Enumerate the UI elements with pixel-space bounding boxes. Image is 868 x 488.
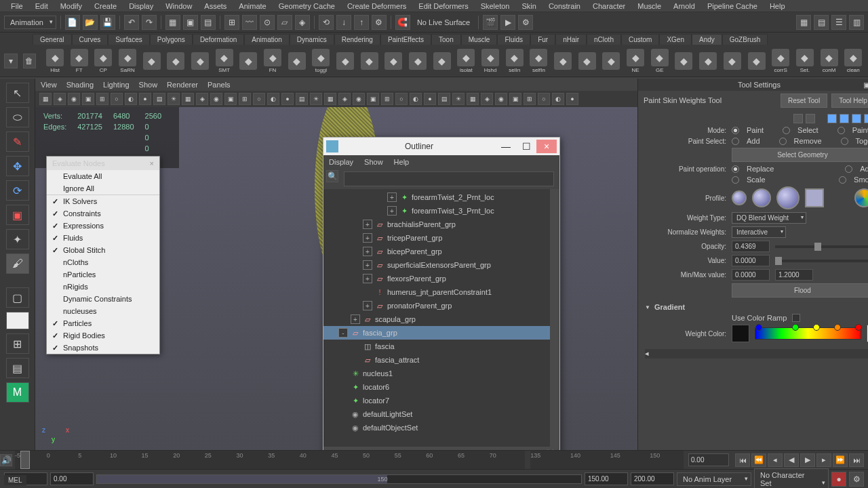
- menu-constrain[interactable]: Constrain: [543, 1, 586, 12]
- vp-icon-22[interactable]: ◉: [353, 93, 365, 105]
- shelf-item-SMT[interactable]: ◆SMT: [214, 47, 235, 75]
- shelf-item-icon[interactable]: ◆: [431, 47, 453, 75]
- reset-tool-button[interactable]: Reset Tool: [781, 94, 827, 108]
- step-fwd-key-icon[interactable]: ⏩: [833, 453, 848, 467]
- vp-icon-33[interactable]: ▣: [509, 93, 521, 105]
- vp-menu-panels[interactable]: Panels: [208, 81, 231, 89]
- eval-constraints[interactable]: Constraints: [47, 207, 159, 220]
- vp-icon-29[interactable]: ☀: [452, 93, 465, 105]
- render-settings-icon[interactable]: ⚙: [518, 15, 533, 30]
- menu-muscle[interactable]: Muscle: [632, 1, 667, 12]
- expand-icon[interactable]: +: [363, 233, 372, 243]
- tree-item-fascia[interactable]: ◫fascia: [323, 340, 559, 353]
- vp-icon-1[interactable]: ◈: [54, 93, 66, 105]
- tree-item-nucleus1[interactable]: ✳nucleus1: [323, 367, 559, 380]
- tree-item-fascia_grp[interactable]: -▱fascia_grp: [323, 326, 559, 340]
- toggle-a-icon[interactable]: ▦: [796, 15, 811, 30]
- step-back-icon[interactable]: ◂: [768, 453, 783, 467]
- outliner-scrollbar[interactable]: [550, 189, 559, 447]
- input-icon[interactable]: ↓: [336, 15, 351, 30]
- time-cursor[interactable]: [20, 451, 30, 469]
- expand-icon[interactable]: +: [387, 206, 397, 216]
- menu-assets[interactable]: Assets: [199, 1, 232, 12]
- menu-create-deformers[interactable]: Create Deformers: [342, 1, 412, 12]
- brush-preset-icon[interactable]: [793, 114, 803, 123]
- shelf-item-icon[interactable]: ◆: [359, 47, 380, 75]
- shelf-tab-muscle[interactable]: Muscle: [461, 34, 498, 45]
- undo-icon[interactable]: ↶: [124, 15, 139, 30]
- step-back-key-icon[interactable]: ⏪: [751, 453, 766, 467]
- menu-skin[interactable]: Skin: [516, 1, 541, 12]
- shelf-item-icon[interactable]: ◆: [576, 47, 598, 75]
- undock-icon[interactable]: ▣: [863, 81, 868, 89]
- eval-expressions[interactable]: Expressions: [47, 220, 159, 232]
- vp-icon-7[interactable]: ●: [139, 93, 151, 105]
- vp-icon-8[interactable]: ▤: [153, 93, 165, 105]
- shelf-tab-ncloth[interactable]: nCloth: [587, 34, 621, 45]
- shelf-item-icon[interactable]: ◆: [601, 47, 623, 75]
- close-icon[interactable]: ×: [536, 140, 557, 153]
- vp-icon-23[interactable]: ▣: [367, 93, 379, 105]
- expand-icon[interactable]: +: [363, 301, 372, 310]
- scroll-left-icon[interactable]: ◂: [545, 447, 549, 450]
- vp-menu-view[interactable]: View: [41, 81, 57, 89]
- output-icon[interactable]: ↑: [354, 15, 369, 30]
- vp-icon-27[interactable]: ●: [424, 93, 436, 105]
- select-comp-icon[interactable]: ▤: [201, 15, 216, 30]
- shelf-trash-icon[interactable]: 🗑: [23, 54, 37, 68]
- vp-icon-10[interactable]: ▦: [182, 93, 194, 105]
- select-tool[interactable]: ↖: [6, 83, 29, 103]
- go-start-icon[interactable]: ⏮: [735, 453, 750, 467]
- brush-preset-icon[interactable]: [864, 114, 868, 123]
- manip-tool[interactable]: ✦: [6, 229, 29, 249]
- shelf-item-icon[interactable]: ◆: [407, 47, 429, 75]
- gradient-section[interactable]: Gradient: [645, 303, 868, 311]
- range-slider[interactable]: 150: [96, 474, 582, 484]
- tree-item-brachialisParent_grp[interactable]: +▱brachialisParent_grp: [323, 218, 559, 231]
- eval-ignore-all[interactable]: Ignore All: [47, 182, 159, 195]
- shelf-item-icon[interactable]: ◆: [697, 47, 719, 75]
- shelf-tab-xgen[interactable]: XGen: [659, 34, 692, 45]
- render-icon[interactable]: 🎬: [483, 15, 498, 30]
- vp-icon-3[interactable]: ▣: [82, 93, 94, 105]
- shelf-tab-animation[interactable]: Animation: [244, 34, 289, 45]
- mode-dropdown[interactable]: Animation: [4, 16, 56, 29]
- shelf-item-CP[interactable]: ◆CP: [93, 47, 115, 75]
- opacity-input[interactable]: [732, 241, 770, 252]
- vp-icon-37[interactable]: ●: [566, 93, 578, 105]
- expand-icon[interactable]: +: [387, 192, 397, 202]
- shelf-item-icon[interactable]: ◆: [238, 47, 260, 75]
- brush-preset-icon[interactable]: [840, 114, 849, 123]
- tree-item-defaultLightSet[interactable]: ◉defaultLightSet: [323, 407, 559, 421]
- expand-icon[interactable]: +: [363, 247, 372, 256]
- tree-item-fascia_attract[interactable]: ▱fascia_attract: [323, 353, 559, 367]
- scale-tool[interactable]: ▣: [6, 205, 29, 225]
- profile-soft-icon[interactable]: [752, 188, 771, 207]
- tree-item-forearmTwist_3_Prnt_loc[interactable]: +✦forearmTwist_3_Prnt_loc: [323, 204, 559, 218]
- brush-preset-icon[interactable]: [827, 114, 837, 123]
- ps-add-radio[interactable]: [732, 138, 739, 145]
- shelf-item-selIn[interactable]: ◆selIn: [504, 47, 526, 75]
- shelf-item-corrS[interactable]: ◆corrS: [770, 47, 791, 75]
- vp-icon-11[interactable]: ◈: [196, 93, 208, 105]
- maximize-icon[interactable]: ☐: [516, 140, 536, 153]
- expand-icon[interactable]: +: [363, 220, 372, 229]
- vp-menu-shading[interactable]: Shading: [66, 81, 94, 89]
- eval-evaluate-all[interactable]: Evaluate All: [47, 170, 159, 182]
- shelf-item-Hshd[interactable]: ◆Hshd: [479, 47, 501, 75]
- shelf-item-SaRN[interactable]: ◆SaRN: [117, 47, 138, 75]
- menu-file[interactable]: File: [5, 1, 28, 12]
- vp-icon-15[interactable]: ○: [253, 93, 265, 105]
- vp-icon-26[interactable]: ◐: [410, 93, 422, 105]
- shelf-tab-nhair[interactable]: nHair: [555, 34, 587, 45]
- shelf-item-conM[interactable]: ◆conM: [818, 47, 840, 75]
- mode-select-radio[interactable]: [783, 127, 790, 134]
- tree-item-bicepParent_grp[interactable]: +▱bicepParent_grp: [323, 245, 559, 258]
- snap-live-icon[interactable]: ◈: [295, 15, 310, 30]
- eval-nucleuses[interactable]: nucleuses: [47, 305, 159, 317]
- play-back-icon[interactable]: ◀: [784, 453, 799, 467]
- vp-icon-0[interactable]: ▦: [39, 93, 52, 105]
- go-end-icon[interactable]: ⏭: [849, 453, 864, 467]
- play-fwd-icon[interactable]: ▶: [800, 453, 815, 467]
- mode-paint2-radio[interactable]: [837, 127, 845, 134]
